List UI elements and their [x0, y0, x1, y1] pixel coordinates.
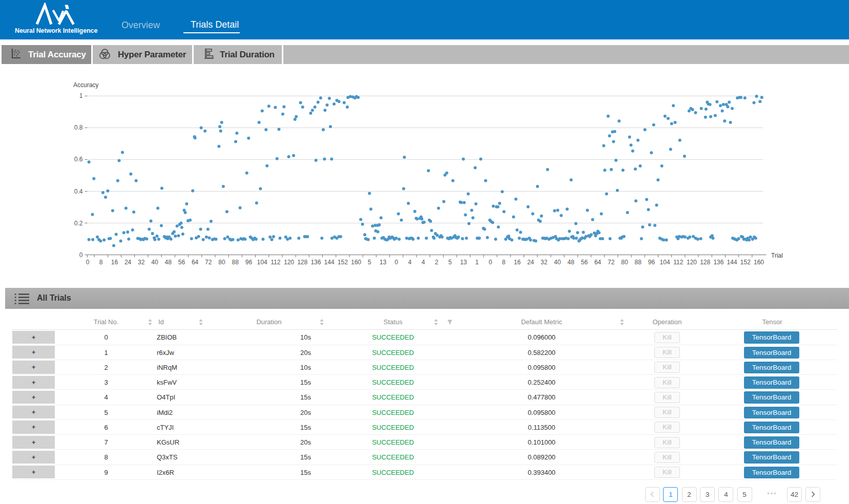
svg-text:88: 88 — [635, 259, 642, 266]
svg-text:152: 152 — [338, 259, 348, 266]
svg-text:104: 104 — [660, 259, 670, 266]
svg-text:152: 152 — [740, 259, 751, 266]
svg-text:80: 80 — [218, 259, 225, 266]
svg-text:8: 8 — [502, 259, 506, 266]
svg-text:144: 144 — [324, 259, 335, 266]
svg-text:24: 24 — [125, 259, 132, 266]
svg-text:Trial: Trial — [771, 252, 783, 259]
svg-text:128: 128 — [700, 259, 710, 266]
svg-text:16: 16 — [111, 259, 118, 266]
svg-text:1: 1 — [475, 259, 479, 266]
svg-text:5: 5 — [368, 259, 371, 266]
svg-text:96: 96 — [245, 259, 253, 266]
svg-text:Accuracy: Accuracy — [73, 81, 98, 89]
svg-text:160: 160 — [754, 259, 764, 266]
svg-text:48: 48 — [568, 259, 575, 266]
svg-text:64: 64 — [192, 259, 199, 266]
svg-text:0: 0 — [489, 259, 492, 266]
svg-text:0: 0 — [86, 259, 90, 266]
svg-text:56: 56 — [581, 259, 588, 266]
svg-text:13: 13 — [460, 259, 467, 266]
svg-text:13: 13 — [380, 259, 387, 266]
svg-text:0.4: 0.4 — [74, 188, 83, 195]
svg-text:40: 40 — [151, 259, 158, 266]
svg-text:40: 40 — [554, 259, 561, 266]
svg-text:96: 96 — [648, 259, 655, 266]
svg-text:136: 136 — [310, 259, 321, 266]
svg-text:128: 128 — [297, 259, 307, 266]
svg-text:2: 2 — [435, 259, 439, 266]
svg-text:64: 64 — [594, 259, 602, 266]
svg-text:0.2: 0.2 — [74, 220, 83, 227]
svg-text:5: 5 — [448, 259, 452, 266]
svg-text:144: 144 — [727, 259, 737, 266]
svg-text:0: 0 — [79, 251, 83, 259]
svg-text:104: 104 — [257, 259, 267, 266]
svg-text:136: 136 — [713, 259, 723, 266]
svg-text:0.6: 0.6 — [74, 156, 83, 163]
svg-text:1: 1 — [79, 92, 83, 99]
svg-text:32: 32 — [138, 259, 145, 266]
svg-text:8: 8 — [99, 259, 103, 266]
svg-text:88: 88 — [232, 259, 239, 266]
svg-text:112: 112 — [673, 259, 683, 266]
svg-text:120: 120 — [284, 259, 294, 266]
svg-text:72: 72 — [205, 259, 212, 266]
svg-text:56: 56 — [178, 259, 185, 266]
svg-text:0.8: 0.8 — [74, 124, 83, 131]
svg-text:72: 72 — [608, 259, 615, 266]
svg-text:48: 48 — [165, 259, 172, 266]
svg-text:112: 112 — [271, 259, 280, 266]
svg-text:32: 32 — [541, 259, 548, 266]
svg-text:160: 160 — [351, 259, 361, 266]
svg-text:4: 4 — [422, 259, 425, 266]
svg-text:0: 0 — [395, 259, 398, 266]
svg-text:4: 4 — [408, 259, 411, 266]
svg-text:24: 24 — [527, 259, 534, 266]
svg-text:80: 80 — [621, 259, 628, 266]
svg-text:120: 120 — [687, 259, 697, 266]
svg-text:16: 16 — [514, 259, 521, 266]
